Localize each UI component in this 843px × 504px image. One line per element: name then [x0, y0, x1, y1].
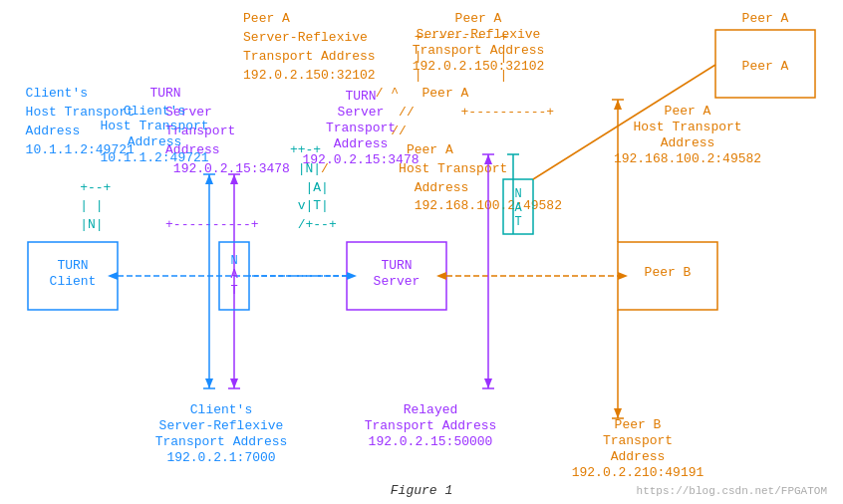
svg-text:TURN: TURN: [381, 258, 412, 273]
svg-marker-14: [618, 272, 628, 280]
svg-text:Server: Server: [374, 274, 421, 289]
svg-text:N: N: [230, 254, 237, 268]
svg-text:Relayed: Relayed: [404, 402, 458, 417]
svg-text:T: T: [230, 284, 237, 298]
svg-text:Host Transport: Host Transport: [100, 119, 208, 133]
svg-marker-77: [614, 100, 622, 110]
svg-text:Address: Address: [661, 135, 715, 150]
svg-text:Transport Address: Transport Address: [365, 418, 497, 433]
svg-text:Client's: Client's: [124, 104, 185, 119]
svg-text:Client's: Client's: [190, 402, 252, 417]
svg-text:Server: Server: [338, 105, 385, 120]
svg-marker-76: [484, 378, 492, 388]
svg-marker-71: [205, 174, 213, 184]
svg-marker-15: [436, 272, 446, 280]
svg-marker-75: [484, 154, 492, 164]
svg-text:TURN: TURN: [345, 89, 376, 104]
svg-text:10.1.1.2:49721: 10.1.1.2:49721: [100, 150, 208, 165]
svg-text:Peer B: Peer B: [615, 417, 662, 432]
svg-text:Transport Address: Transport Address: [413, 43, 545, 58]
svg-text:Address: Address: [334, 136, 389, 151]
svg-text:A: A: [230, 268, 238, 282]
svg-marker-73: [230, 174, 238, 184]
svg-text:192.168.100.2:49582: 192.168.100.2:49582: [614, 151, 761, 166]
svg-text:Client: Client: [50, 274, 97, 289]
svg-text:N: N: [514, 187, 521, 201]
svg-text:Peer A: Peer A: [742, 59, 789, 74]
svg-marker-11: [347, 272, 357, 280]
svg-text:Peer A: Peer A: [455, 11, 502, 26]
svg-text:Figure 1: Figure 1: [391, 483, 452, 498]
svg-text:Transport Address: Transport Address: [155, 434, 288, 449]
svg-marker-12: [108, 272, 118, 280]
network-diagram-svg: TURN Client TURN Server Peer B Peer A: [0, 0, 843, 504]
svg-text:TURN: TURN: [57, 258, 88, 273]
svg-text:192.0.2.15:3478: 192.0.2.15:3478: [302, 152, 419, 167]
svg-text:192.0.2.210:49191: 192.0.2.210:49191: [572, 465, 704, 480]
svg-text:A: A: [514, 201, 522, 215]
svg-text:Peer B: Peer B: [645, 265, 692, 280]
svg-text:192.0.2.1:7000: 192.0.2.1:7000: [166, 450, 275, 465]
svg-text:Server-Reflexive: Server-Reflexive: [417, 27, 541, 42]
svg-text:Server-Reflexive: Server-Reflexive: [159, 418, 284, 433]
svg-text:Peer A: Peer A: [665, 104, 711, 119]
svg-text:192.0.2.150:32102: 192.0.2.150:32102: [413, 59, 545, 74]
svg-marker-72: [205, 378, 213, 388]
svg-text:Address: Address: [611, 449, 666, 464]
svg-marker-74: [230, 378, 238, 388]
svg-text:192.0.2.15:50000: 192.0.2.15:50000: [369, 434, 493, 449]
svg-text:https://blog.csdn.net/FPGATOM: https://blog.csdn.net/FPGATOM: [637, 485, 827, 497]
svg-text:Host Transport: Host Transport: [633, 120, 741, 134]
svg-text:T: T: [514, 215, 521, 229]
svg-text:Transport: Transport: [603, 433, 673, 448]
svg-text:Transport: Transport: [326, 121, 396, 135]
svg-text:Peer A: Peer A: [742, 11, 789, 26]
svg-text:Address: Address: [128, 134, 182, 149]
